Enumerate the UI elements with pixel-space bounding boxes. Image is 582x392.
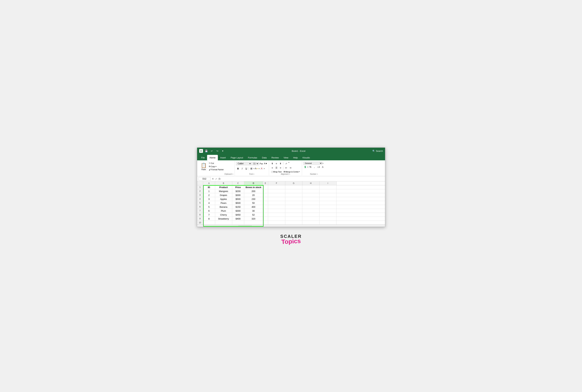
cell-h2[interactable] (302, 189, 320, 193)
cell-g4[interactable] (285, 197, 302, 201)
cell-e8[interactable] (263, 213, 268, 216)
cell-a8[interactable]: 7 (203, 213, 215, 216)
cell-a4[interactable]: 3 (203, 197, 215, 201)
cell-c10[interactable] (232, 221, 244, 224)
clipboard-arrow[interactable]: ⧉ (232, 173, 233, 175)
cell-d3[interactable]: 20 (244, 193, 263, 197)
percent-button[interactable]: % (308, 165, 312, 169)
merge-center-button[interactable]: ⊞ Merge & Center ▾ (283, 170, 300, 173)
horizontal-scrollbar[interactable] (197, 225, 385, 227)
cell-i8[interactable] (320, 213, 336, 216)
col-header-b[interactable]: B (215, 181, 232, 185)
border-button[interactable]: ⊞ (250, 167, 253, 170)
tab-kloudio[interactable]: Kloudio (300, 155, 312, 160)
cell-d9[interactable]: 320 (244, 217, 263, 220)
decrease-indent-button[interactable]: ⇤ (284, 166, 288, 170)
cell-c1[interactable]: Price (232, 185, 244, 189)
bold-button[interactable]: B (236, 167, 240, 170)
cell-b5[interactable]: Pears (215, 201, 232, 205)
cell-h3[interactable] (302, 193, 320, 197)
cell-i5[interactable] (320, 201, 336, 205)
cell-i4[interactable] (320, 197, 336, 201)
cell-e7[interactable] (263, 209, 268, 213)
align-center-button[interactable]: ☰ (274, 166, 278, 170)
quick-access-button[interactable]: ▾ (221, 149, 225, 153)
cell-f2[interactable] (268, 189, 285, 193)
cell-b3[interactable]: Grapes (215, 193, 232, 197)
cell-i10[interactable] (320, 221, 336, 224)
cell-f7[interactable] (268, 209, 285, 213)
cell-d2[interactable]: 200 (244, 189, 263, 193)
cell-g3[interactable] (285, 193, 302, 197)
col-header-a[interactable]: A (203, 181, 215, 185)
increase-indent-button[interactable]: ⇥ (288, 166, 292, 170)
col-header-h[interactable]: H (302, 181, 320, 185)
cell-reference[interactable] (198, 177, 210, 180)
insert-function-button[interactable]: fx (218, 178, 221, 180)
cell-b1[interactable]: Product (215, 185, 232, 189)
increase-decimal-button[interactable]: +.0 (317, 165, 320, 169)
cell-a9[interactable]: 8 (203, 217, 215, 220)
increase-font-button[interactable]: A▲ (260, 162, 263, 166)
cell-h10[interactable] (302, 221, 320, 224)
decrease-font-button[interactable]: A▼ (264, 162, 268, 166)
cell-b9[interactable]: Strawberry (215, 217, 232, 220)
cell-c2[interactable]: $200 (232, 189, 244, 193)
cell-f9[interactable] (268, 217, 285, 220)
cell-a5[interactable]: 4 (203, 201, 215, 205)
cell-i7[interactable] (320, 209, 336, 213)
cell-b6[interactable]: Banana (215, 205, 232, 209)
cell-c9[interactable]: $400 (232, 217, 244, 220)
cell-f10[interactable] (268, 221, 285, 224)
tab-home[interactable]: Home (207, 155, 218, 160)
formula-input[interactable] (222, 177, 384, 180)
undo-button[interactable]: ↩ (210, 149, 214, 153)
cell-h8[interactable] (302, 213, 320, 216)
cell-f8[interactable] (268, 213, 285, 216)
cell-e3[interactable] (263, 193, 268, 197)
align-bottom-button[interactable]: ⬇ (278, 162, 282, 166)
cell-g1[interactable] (285, 185, 302, 189)
confirm-formula-button[interactable]: ✓ (215, 178, 218, 180)
cell-a1[interactable]: ID (203, 185, 215, 189)
cell-d6[interactable]: 400 (244, 205, 263, 209)
align-top-button[interactable]: ⬆ (270, 162, 274, 166)
cell-e2[interactable] (263, 189, 268, 193)
align-right-button[interactable]: ≡ (278, 166, 282, 170)
cell-e5[interactable] (263, 201, 268, 205)
fill-color-button[interactable]: A (255, 167, 258, 170)
alignment-expand-icon[interactable]: ⧉ (289, 173, 290, 175)
tab-file[interactable]: File (199, 155, 207, 160)
align-left-button[interactable]: ≡ (270, 166, 274, 170)
cell-f1[interactable] (268, 185, 285, 189)
cell-h1[interactable] (302, 185, 320, 189)
tab-data[interactable]: Data (260, 155, 269, 160)
cell-h6[interactable] (302, 205, 320, 209)
cell-d4[interactable]: 230 (244, 197, 263, 201)
align-middle-button[interactable]: ≡ (274, 162, 278, 166)
save-button[interactable]: 💾 (204, 149, 208, 153)
cell-i9[interactable] (320, 217, 336, 220)
accounting-button[interactable]: 💲 (304, 165, 307, 169)
font-expand-icon[interactable]: ⧉ (253, 173, 254, 175)
decrease-decimal-button[interactable]: .0- (321, 165, 325, 169)
cell-g2[interactable] (285, 189, 302, 193)
cell-e4[interactable] (263, 197, 268, 201)
cell-i2[interactable] (320, 189, 336, 193)
underline-button[interactable]: U (244, 167, 248, 170)
cell-h7[interactable] (302, 209, 320, 213)
cell-i1[interactable] (320, 185, 336, 189)
cell-c7[interactable]: $300 (232, 209, 244, 213)
orientation-button[interactable]: ⤢ (284, 162, 288, 166)
font-color-dropdown[interactable]: ▾ (264, 168, 264, 170)
cell-i6[interactable] (320, 205, 336, 209)
cell-a10[interactable] (203, 221, 215, 224)
col-header-d[interactable]: D (244, 181, 263, 185)
comma-button[interactable]: , (313, 165, 316, 169)
col-header-i[interactable]: I (320, 181, 336, 185)
cell-d8[interactable]: 52 (244, 213, 263, 216)
cell-g6[interactable] (285, 205, 302, 209)
number-expand-icon[interactable]: ⧉ (317, 173, 318, 175)
number-format-select[interactable]: General Number Currency (304, 162, 322, 165)
tab-page-layout[interactable]: Page Layout (228, 155, 246, 160)
